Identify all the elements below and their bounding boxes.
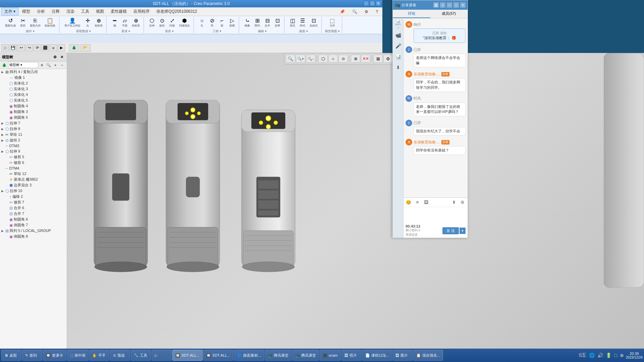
- taskbar-qianka[interactable]: 🔲 签课卡: [43, 350, 66, 361]
- tab-members[interactable]: 成员(57): [430, 10, 468, 18]
- sec-new[interactable]: □: [1, 44, 9, 52]
- sidebar-stats[interactable]: 📊: [393, 51, 404, 62]
- tray-app1[interactable]: □: [613, 352, 618, 359]
- taskbar-tencent2[interactable]: 📺 腾讯课堂: [292, 350, 319, 361]
- taskbar-surface[interactable]: 🌀 曲面素材...: [234, 350, 264, 361]
- maximize-button[interactable]: □: [370, 1, 375, 6]
- menu-user[interactable]: 张老师QQ2051006312: [153, 8, 200, 15]
- search-button[interactable]: 🔍: [349, 8, 360, 15]
- menu-annotation[interactable]: 注释: [49, 8, 63, 15]
- taskbar-pics[interactable]: 🖼 图片: [392, 350, 413, 361]
- ribbon-btn-hole[interactable]: ○ 孔: [197, 16, 207, 28]
- menu-view[interactable]: 视图: [93, 8, 107, 15]
- tree-item-13[interactable]: ─ DTM3: [0, 143, 67, 148]
- chat-close-btn[interactable]: ✕: [460, 2, 466, 8]
- vp-perspective[interactable]: ⚙: [383, 55, 393, 63]
- help-button[interactable]: ?: [373, 8, 381, 15]
- tree-item-3[interactable]: ⬡ 实体化 3: [0, 86, 67, 92]
- vp-display[interactable]: ⊠: [373, 55, 383, 63]
- menu-tools[interactable]: 工具: [78, 8, 92, 15]
- ribbon-btn-rib[interactable]: ⌐ 筋: [217, 16, 227, 28]
- tree-item-21[interactable]: ▶ ⬡ 拉伸 10: [0, 188, 67, 194]
- sec-save[interactable]: 💾: [9, 44, 17, 52]
- tab-discussion[interactable]: 讨论: [393, 10, 430, 18]
- vp-orient[interactable]: ⊙: [338, 55, 348, 63]
- ribbon-btn-userdef[interactable]: 👤 用户定义特征: [63, 16, 82, 28]
- tree-item-1[interactable]: ↔ 镜像 1: [0, 75, 67, 80]
- chat-send-options-btn[interactable]: ▾: [460, 228, 466, 234]
- ribbon-btn-shell[interactable]: ⊘ 壳: [207, 16, 217, 28]
- menu-analysis[interactable]: 分析: [34, 8, 48, 15]
- chat-image-btn[interactable]: 🖼: [433, 2, 439, 8]
- tree-item-7[interactable]: ◉ 制圆角 3: [0, 109, 67, 115]
- taskbar-tencent1[interactable]: 📺 腾讯课堂: [265, 350, 291, 361]
- tree-item-11[interactable]: ▶ ✏ 草绘 11: [0, 132, 67, 137]
- taskbar-huazhonghua[interactable]: ⬚ 画中画: [67, 350, 89, 361]
- ribbon-btn-sweep[interactable]: ⤢ 扫描: [167, 16, 177, 28]
- ribbon-btn-paste[interactable]: 📋 粘贴包络: [43, 16, 57, 28]
- tree-type-selector[interactable]: 🌲: [1, 62, 7, 68]
- chat-send-button[interactable]: 发 送: [442, 227, 459, 234]
- tree-item-10[interactable]: ▶ ⬡ 拉伸 8: [0, 126, 67, 132]
- chat-input-field[interactable]: [404, 207, 468, 225]
- ribbon-btn-fill[interactable]: ◫ 填充: [288, 16, 297, 28]
- vp-zoom-fit[interactable]: 🔍: [286, 55, 295, 63]
- taskbar-sdt2[interactable]: 🔲 SDT-ALL...: [203, 350, 233, 361]
- menu-apps[interactable]: 应用程序: [130, 8, 153, 15]
- sidebar-ppt[interactable]: 📊 PPT 1: [393, 19, 404, 30]
- taskbar-hand[interactable]: ✋ 手手: [89, 350, 109, 361]
- chat-pin-btn[interactable]: ─: [447, 2, 452, 8]
- image-insert-btn[interactable]: 🖼: [422, 199, 430, 206]
- menu-render[interactable]: 渲染: [63, 8, 77, 15]
- tree-item-15[interactable]: ✂ 修剪 5: [0, 154, 67, 160]
- ribbon-btn-blend[interactable]: ⬢ 扫描混合: [177, 16, 192, 28]
- system-clock[interactable]: 20:39 2019/12/26: [626, 352, 643, 359]
- menu-model[interactable]: 模型: [19, 8, 33, 15]
- chat-menu-btn[interactable]: ≡: [440, 2, 445, 8]
- tree-item-0[interactable]: ▶ ⊞ 阵列 4 / 复制几何: [0, 69, 67, 75]
- ribbon-btn-component[interactable]: ⬚ 元件: [328, 16, 337, 28]
- tree-settings-btn[interactable]: ⚙: [52, 54, 58, 60]
- ribbon-btn-coord[interactable]: ⊕ 坐标系: [93, 16, 104, 28]
- tree-item-20[interactable]: ⬢ 边界混合 3: [0, 182, 67, 188]
- tree-item-9[interactable]: ▶ ⬡ 拉伸 7: [0, 120, 67, 126]
- tree-item-18[interactable]: ✏ 草绘 12: [0, 171, 67, 177]
- ribbon-btn-draft[interactable]: ▷ 拔模: [227, 16, 237, 28]
- taskbar-course[interactable]: 📄 课程123j...: [362, 350, 392, 361]
- pin-button[interactable]: 📌: [337, 8, 348, 15]
- ribbon-btn-cut[interactable]: ✂ 剪切: [18, 16, 28, 28]
- ribbon-btn-freestyle[interactable]: ⊡ 自由式: [308, 16, 319, 28]
- tree-list-icon[interactable]: ≡: [39, 62, 45, 68]
- sec-layertree-icon[interactable]: 📂: [80, 44, 91, 52]
- taskbar-start[interactable]: 🖥 桌面: [1, 350, 21, 361]
- tree-close-btn[interactable]: ✕: [59, 54, 65, 60]
- vp-select[interactable]: ⊞: [351, 55, 360, 63]
- ribbon-btn-csys[interactable]: ⊕ 坐标系: [130, 16, 142, 28]
- tree-item-8[interactable]: ◉ 倒圆角 5: [0, 115, 67, 120]
- transfer-btn[interactable]: ⬆: [450, 199, 458, 206]
- sidebar-download[interactable]: ⬇: [393, 62, 404, 73]
- tray-speaker[interactable]: 🔊: [597, 352, 604, 359]
- ribbon-btn-extrude[interactable]: ⬡ 拉伸: [147, 16, 157, 28]
- tree-item-28[interactable]: ▶ ⊞ 阵列 5 / LOCAL_GROUP: [0, 228, 67, 234]
- taskbar-enroll[interactable]: 📋 现在报名...: [413, 350, 443, 361]
- tree-item-2[interactable]: ⬡ 实体化 2: [0, 80, 67, 86]
- tree-item-12[interactable]: ▶ ⊙ 旋转 2: [0, 137, 67, 143]
- tree-item-24[interactable]: ⊟ 合并 6: [0, 205, 67, 211]
- tree-item-29[interactable]: ◉ 倒圆角 8: [0, 234, 67, 239]
- ribbon-btn-plane[interactable]: ▱ 平面: [120, 16, 129, 28]
- ribbon-btn-mirror[interactable]: ⤿ 镜像: [243, 16, 252, 28]
- tree-search-icon[interactable]: 🔍: [46, 62, 52, 68]
- taskbar-qiandao[interactable]: ✎ 签到: [22, 350, 42, 361]
- menu-flexible[interactable]: 柔性建模: [108, 8, 130, 15]
- ribbon-btn-thicken[interactable]: ⊡ 加厚: [273, 16, 282, 28]
- tree-item-26[interactable]: ◉ 制圆角 6: [0, 217, 67, 222]
- vp-annotation[interactable]: ✕✕: [361, 55, 370, 63]
- tree-item-22[interactable]: ↕ 偏移 2: [0, 194, 67, 199]
- clear-btn[interactable]: ✕: [414, 199, 421, 206]
- ribbon-btn-style[interactable]: ☰ 样式: [298, 16, 307, 28]
- viewport[interactable]: 🔍 🔍+ 🔍- ⬡ ○ ⊙ ⊞ ✕✕ ⊠ ⚙ ↺ ✋ ⊙: [67, 53, 644, 354]
- taskbar-photos[interactable]: 🖼 照片: [341, 350, 362, 361]
- sec-redo[interactable]: ↪: [25, 44, 33, 52]
- tray-battery[interactable]: 🔋: [605, 352, 612, 359]
